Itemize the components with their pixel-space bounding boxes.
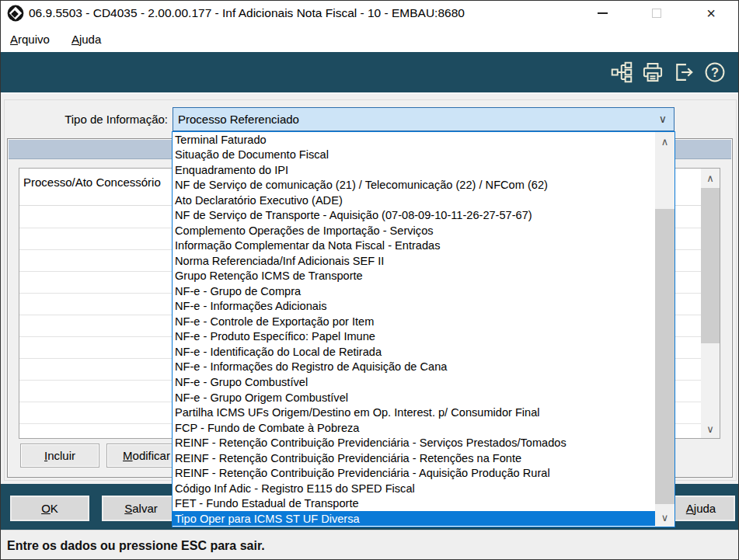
scroll-down-icon[interactable]: ∨: [701, 419, 720, 438]
scrollbar-thumb[interactable]: [655, 209, 675, 504]
tipo-informacao-combobox[interactable]: Processo Referenciado ∨: [173, 107, 675, 131]
dropdown-item[interactable]: Ato Declaratório Executivo (ADE): [173, 193, 655, 208]
tipo-informacao-dropdown: Terminal FaturadoSituação de Documento F…: [172, 131, 675, 527]
dropdown-item[interactable]: NF-e - Grupo Origem Combustível: [173, 390, 655, 405]
dropdown-item[interactable]: Norma Referenciada/Inf Adicionais SEF II: [173, 253, 655, 269]
dropdown-item[interactable]: Situação de Documento Fiscal: [173, 148, 655, 163]
dropdown-item[interactable]: NF-e - Controle de Exportação por Item: [173, 314, 655, 329]
dropdown-item[interactable]: Enquadramento do IPI: [173, 162, 655, 178]
dropdown-item[interactable]: Tipo Oper para ICMS ST UF Diversa: [173, 511, 655, 527]
window-title: 06.9.5503 - CD4035 - 2.00.00.177 - Inf A…: [29, 6, 465, 20]
dropdown-item[interactable]: NF-e - Informações do Registro de Aquisi…: [173, 360, 655, 375]
help-glyph: ?: [711, 65, 719, 79]
dropdown-item[interactable]: NF-e - Grupo de Compra: [173, 283, 655, 299]
titlebar: 06.9.5503 - CD4035 - 2.00.00.177 - Inf A…: [1, 1, 738, 26]
close-icon[interactable]: ×: [684, 1, 738, 26]
window-controls: ×: [575, 1, 738, 26]
program-tree-icon[interactable]: [608, 60, 634, 85]
dropdown-item[interactable]: NF-e - Identificação do Local de Retirad…: [173, 344, 655, 360]
exit-icon[interactable]: [671, 60, 696, 85]
dropdown-list: Terminal FaturadoSituação de Documento F…: [173, 132, 655, 527]
maximize-icon: [629, 1, 684, 26]
table-scrollbar[interactable]: ∧ ∨: [701, 169, 720, 438]
chevron-down-icon[interactable]: ∨: [659, 113, 667, 125]
combobox-value: Processo Referenciado: [178, 113, 299, 126]
dropdown-item[interactable]: Grupo Retenção ICMS de Transporte: [173, 269, 655, 284]
dropdown-item[interactable]: REINF - Retenção Contribuição Previdenci…: [173, 465, 655, 481]
status-message: Entre os dados ou pressione ESC para sai…: [7, 539, 265, 553]
menu-bar: Arquivo Ajuda: [1, 26, 738, 52]
dropdown-item[interactable]: FET - Fundo Estadual de Transporte: [173, 496, 655, 511]
dropdown-item[interactable]: NF de Serviço de comunicação (21) / Tele…: [173, 178, 655, 193]
app-window: 06.9.5503 - CD4035 - 2.00.00.177 - Inf A…: [0, 0, 739, 560]
dropdown-item[interactable]: Informação Complementar da Nota Fiscal -…: [173, 238, 655, 254]
menu-ajuda[interactable]: Ajuda: [70, 31, 103, 47]
ajuda-button[interactable]: Ajuda: [667, 496, 735, 521]
scrollbar-thumb[interactable]: [701, 188, 720, 343]
dropdown-item[interactable]: REINF - Retenção Contribuição Previdenci…: [173, 435, 655, 450]
dropdown-item[interactable]: Partilha ICMS UFs Origem/Destino em Op. …: [173, 405, 655, 420]
menu-arquivo[interactable]: Arquivo: [9, 31, 51, 47]
print-icon[interactable]: [640, 60, 665, 85]
help-icon[interactable]: ?: [702, 60, 727, 85]
tipo-informacao-label: Tipo de Informação:: [1, 113, 168, 126]
scroll-up-icon[interactable]: ∧: [701, 169, 720, 187]
dropdown-item[interactable]: FCP - Fundo de Combate à Pobreza: [173, 420, 655, 436]
dropdown-scrollbar[interactable]: ∧ ∨: [655, 132, 675, 527]
dropdown-item[interactable]: NF de Serviço de Transporte - Aquisição …: [173, 208, 655, 224]
dropdown-item[interactable]: Terminal Faturado: [173, 132, 655, 148]
dropdown-item[interactable]: NF-e - Produto Específico: Papel Imune: [173, 329, 655, 345]
salvar-button[interactable]: Salvar: [102, 496, 180, 521]
dropdown-item[interactable]: NF-e - Informações Adicionais: [173, 299, 655, 315]
dropdown-item[interactable]: REINF - Retenção Contribuição Previdenci…: [173, 450, 655, 466]
status-bar: Entre os dados ou pressione ESC para sai…: [1, 530, 738, 560]
incluir-button[interactable]: Incluir: [20, 443, 99, 468]
ok-button[interactable]: OK: [10, 496, 89, 521]
minimize-icon[interactable]: [575, 1, 629, 26]
dropdown-item[interactable]: NF-e - Grupo Combustível: [173, 374, 655, 390]
scroll-down-icon[interactable]: ∨: [655, 508, 675, 527]
dropdown-item[interactable]: Complemento Operações de Importação - Se…: [173, 223, 655, 238]
toolbar: ?: [1, 52, 738, 94]
toolbar-icons: ?: [608, 52, 727, 92]
totvs-logo-icon: [7, 5, 24, 22]
scroll-up-icon[interactable]: ∧: [655, 132, 675, 151]
dropdown-item[interactable]: Código Inf Adic - Registro E115 do SPED …: [173, 481, 655, 496]
